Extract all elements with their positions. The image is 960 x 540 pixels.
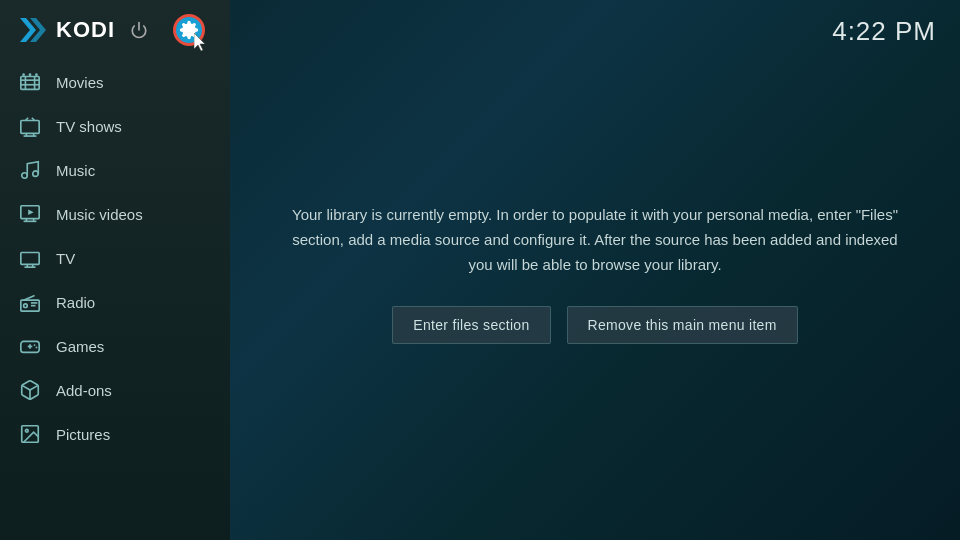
empty-library-message: Your library is currently empty. In orde… [290,203,900,277]
sidebar-item-tvshows-label: TV shows [56,118,122,135]
sidebar-item-musicvideos[interactable]: Music videos [0,192,230,236]
power-button[interactable] [123,14,155,46]
svg-point-39 [34,344,36,346]
action-buttons: Enter files section Remove this main men… [290,306,900,344]
svg-point-21 [33,171,39,177]
main-nav: Movies TV shows [0,56,230,456]
sidebar-item-movies-label: Movies [56,74,104,91]
kodi-logo-icon [16,14,48,46]
sidebar-item-games-label: Games [56,338,104,355]
svg-point-11 [22,73,25,76]
sidebar-item-radio-label: Radio [56,294,95,311]
svg-point-12 [29,73,32,76]
svg-rect-27 [21,253,39,265]
tvshows-icon [18,114,42,138]
svg-point-20 [22,173,28,179]
movies-icon [18,70,42,94]
top-bar: 4:22 PM [230,0,960,47]
sidebar: KODI [0,0,230,540]
sidebar-item-pictures[interactable]: Pictures [0,412,230,456]
musicvideos-icon [18,202,42,226]
main-content: 4:22 PM Your library is currently empty.… [230,0,960,540]
sidebar-item-radio[interactable]: Radio [0,280,230,324]
sidebar-item-musicvideos-label: Music videos [56,206,143,223]
sidebar-item-games[interactable]: Games [0,324,230,368]
clock: 4:22 PM [832,16,936,47]
svg-marker-3 [194,33,205,51]
sidebar-item-music-label: Music [56,162,95,179]
cursor-icon [194,33,208,51]
music-icon [18,158,42,182]
content-center: Your library is currently empty. In orde… [230,47,960,540]
svg-point-13 [35,73,38,76]
addons-icon [18,378,42,402]
sidebar-item-addons[interactable]: Add-ons [0,368,230,412]
svg-rect-14 [21,121,39,134]
sidebar-item-addons-label: Add-ons [56,382,112,399]
svg-rect-6 [21,77,39,90]
enter-files-button[interactable]: Enter files section [392,306,550,344]
svg-point-43 [25,429,28,432]
empty-library-panel: Your library is currently empty. In orde… [290,203,900,343]
sidebar-item-pictures-label: Pictures [56,426,110,443]
sidebar-header: KODI [0,0,230,56]
app-title: KODI [56,17,115,43]
pictures-icon [18,422,42,446]
sidebar-item-tv[interactable]: TV [0,236,230,280]
settings-button[interactable] [173,14,205,46]
tv-icon [18,246,42,270]
sidebar-item-tv-label: TV [56,250,75,267]
sidebar-item-tvshows[interactable]: TV shows [0,104,230,148]
sidebar-item-movies[interactable]: Movies [0,60,230,104]
radio-icon [18,290,42,314]
svg-point-40 [36,346,38,348]
svg-point-32 [24,304,28,308]
remove-menu-item-button[interactable]: Remove this main menu item [567,306,798,344]
sidebar-item-music[interactable]: Music [0,148,230,192]
games-icon [18,334,42,358]
svg-marker-23 [28,209,34,215]
